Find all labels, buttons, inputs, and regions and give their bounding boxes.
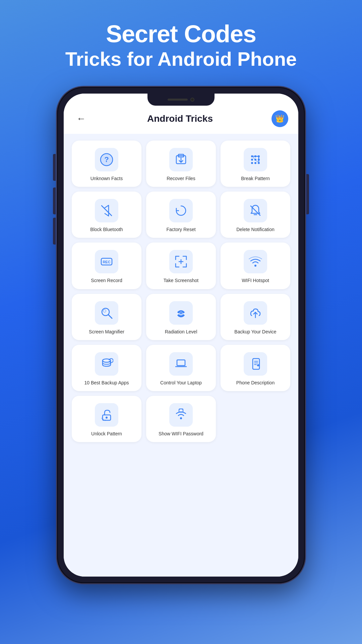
- item-label-best-backup-apps: 10 Best Backup Apps: [84, 380, 129, 386]
- item-label-unknown-facts: Unknown Facts: [90, 175, 123, 181]
- grid-item-backup-device[interactable]: Backup Your Device: [221, 294, 290, 340]
- item-label-delete-notification: Delete Notification: [236, 226, 275, 232]
- svg-point-44: [101, 418, 103, 419]
- item-label-block-bluetooth: Block Bluetooth: [90, 226, 123, 232]
- grid-item-unknown-facts[interactable]: ? Unknown Facts: [72, 141, 141, 187]
- svg-rect-36: [253, 359, 259, 369]
- question-icon: ?: [95, 148, 118, 171]
- svg-text:REC: REC: [103, 260, 110, 264]
- item-label-screen-magnifier: Screen Magnifier: [89, 329, 124, 335]
- item-label-break-pattern: Break Pattern: [241, 175, 270, 181]
- radiation-icon: [169, 301, 193, 325]
- phone-mockup: ← Android Tricks 👑 ? Unknown Facts Recov…: [57, 87, 305, 583]
- phone-desc-icon: [244, 352, 267, 376]
- item-label-radiation-level: Radiation Level: [165, 329, 197, 335]
- reset-icon: [169, 199, 193, 222]
- recover-icon: [169, 148, 193, 171]
- grid-item-screen-record[interactable]: REC Screen Record: [72, 243, 141, 289]
- svg-point-43: [105, 420, 106, 421]
- grid-item-take-screenshot[interactable]: Take Screenshot: [146, 243, 216, 289]
- item-label-recover-files: Recover Files: [167, 175, 195, 181]
- rec-icon: REC: [95, 250, 118, 273]
- wifilock-icon: [169, 403, 193, 427]
- phone-screen: ← Android Tricks 👑 ? Unknown Facts Recov…: [64, 94, 298, 577]
- svg-point-13: [254, 162, 256, 164]
- screenshot-icon: [169, 250, 193, 273]
- wifi-icon: [244, 250, 267, 273]
- grid-container: ? Unknown Facts Recover Files Break Patt…: [64, 134, 298, 577]
- svg-point-27: [103, 310, 106, 312]
- item-label-wifi-hotspot: WIFI Hotspot: [242, 277, 269, 283]
- camera: [190, 98, 194, 102]
- database-icon: [95, 352, 118, 376]
- pattern-icon: [244, 148, 267, 171]
- bluetooth-icon: [95, 199, 118, 222]
- back-arrow-icon: ←: [76, 113, 86, 124]
- grid-item-block-bluetooth[interactable]: Block Bluetooth: [72, 192, 141, 238]
- item-label-phone-description: Phone Description: [236, 380, 275, 386]
- crown-button[interactable]: 👑: [272, 110, 288, 127]
- features-grid: ? Unknown Facts Recover Files Break Patt…: [72, 141, 290, 442]
- svg-text:?: ?: [104, 155, 109, 164]
- item-label-unlock-pattern: Unlock Pattern: [91, 431, 122, 437]
- svg-rect-34: [178, 361, 184, 365]
- item-label-backup-device: Backup Your Device: [234, 329, 276, 335]
- grid-item-recover-files[interactable]: Recover Files: [146, 141, 216, 187]
- item-label-take-screenshot: Take Screenshot: [164, 277, 198, 283]
- item-label-control-laptop: Control Your Laptop: [160, 380, 202, 386]
- svg-point-42: [103, 419, 104, 420]
- grid-item-show-wifi-password[interactable]: Show WIFI Password: [146, 396, 216, 442]
- svg-point-41: [106, 417, 108, 419]
- svg-line-26: [108, 315, 112, 318]
- grid-item-phone-description[interactable]: Phone Description: [221, 345, 290, 391]
- unlock-icon: [95, 403, 118, 427]
- grid-item-factory-reset[interactable]: Factory Reset: [146, 192, 216, 238]
- grid-item-radiation-level[interactable]: Radiation Level: [146, 294, 216, 340]
- item-label-show-wifi-password: Show WIFI Password: [159, 431, 203, 437]
- notification-icon: [244, 199, 267, 222]
- svg-point-45: [180, 417, 182, 419]
- grid-item-wifi-hotspot[interactable]: WIFI Hotspot: [221, 243, 290, 289]
- grid-item-screen-magnifier[interactable]: Screen Magnifier: [72, 294, 141, 340]
- grid-item-unlock-pattern[interactable]: Unlock Pattern: [72, 396, 141, 442]
- back-button[interactable]: ←: [74, 111, 88, 126]
- speaker: [168, 99, 188, 101]
- magnifier-icon: [95, 301, 118, 325]
- grid-item-best-backup-apps[interactable]: 10 Best Backup Apps: [72, 345, 141, 391]
- title-line2: Tricks for Android Phone: [65, 48, 297, 70]
- grid-item-break-pattern[interactable]: Break Pattern: [221, 141, 290, 187]
- grid-item-delete-notification[interactable]: Delete Notification: [221, 192, 290, 238]
- svg-point-30: [180, 312, 182, 314]
- svg-point-24: [254, 265, 256, 267]
- crown-icon: 👑: [275, 114, 284, 123]
- page-header: Secret Codes Tricks for Android Phone: [65, 20, 297, 70]
- grid-item-control-laptop[interactable]: Control Your Laptop: [146, 345, 216, 391]
- svg-point-12: [251, 162, 253, 164]
- item-label-screen-record: Screen Record: [91, 277, 122, 283]
- app-title: Android Tricks: [147, 113, 213, 124]
- notch: [147, 94, 215, 106]
- title-line1: Secret Codes: [65, 20, 297, 48]
- backup-icon: [244, 301, 267, 325]
- laptop-icon: [169, 352, 193, 376]
- svg-point-9: [251, 159, 253, 161]
- item-label-factory-reset: Factory Reset: [166, 226, 195, 232]
